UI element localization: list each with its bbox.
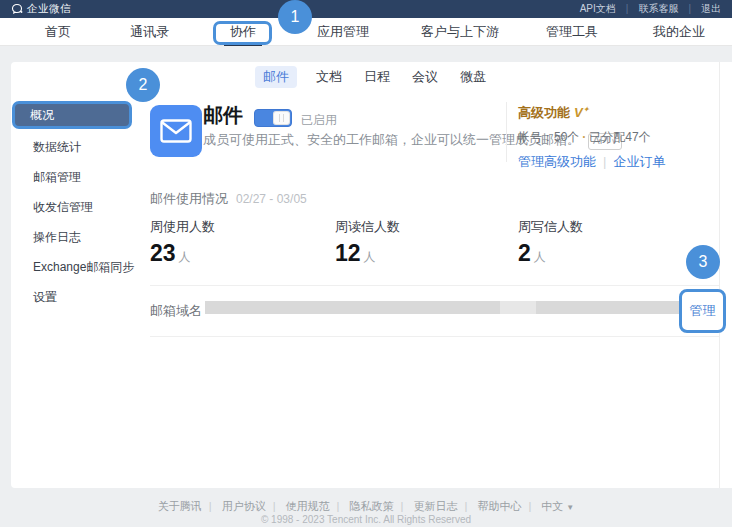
stat-label: 周读信人数 [335,218,400,236]
tab-drive[interactable]: 微盘 [452,66,494,88]
contact-support-link[interactable]: 联系客服 [633,2,696,16]
stat-value: 2 [518,240,531,266]
company-orders-link[interactable]: 企业订单 [613,154,665,169]
stat-value: 12 [335,240,361,266]
copyright-text: © 1998 - 2023 Tencent Inc. All Rights Re… [0,514,732,525]
sub-tabs: 邮件 文档 日程 会议 微盘 [11,62,732,92]
stat-weekly-users: 周使用人数 23人 [150,218,215,267]
annotation-step-2: 2 [126,68,160,102]
premium-links: 管理高级功能|企业订单 [518,153,665,171]
premium-title: 高级功能V✦ [518,104,665,122]
sidebar-item-mailbox-mgmt[interactable]: 邮箱管理 [11,162,135,192]
dot-separator: · [582,130,586,144]
nav-item-home[interactable]: 首页 [45,18,71,46]
stat-label: 周使用人数 [150,218,215,236]
premium-accounts: 帐号：50个·已分配47个 [518,129,665,146]
domain-redacted-segment [500,301,536,314]
nav-item-tools[interactable]: 管理工具 [546,18,598,46]
accounts-total: 帐号：50个 [518,130,579,144]
usage-section-header: 邮件使用情况02/27 - 03/05 [150,190,307,208]
privacy-policy-link[interactable]: 隐私政策 [350,500,411,512]
vip-icon: V✦ [574,105,589,120]
language-label: 中文 [541,500,563,512]
stat-weekly-readers: 周读信人数 12人 [335,218,400,267]
stat-unit: 人 [179,250,191,264]
wecom-admin-screen: 企业微信 API文档 联系客服 退出 首页 通讯录 协作 应用管理 客户与上下游… [0,0,732,527]
stat-unit: 人 [364,250,376,264]
main-nav: 首页 通讯录 协作 应用管理 客户与上下游 管理工具 我的企业 [0,18,732,46]
sidebar-item-exchange-sync[interactable]: Exchange邮箱同步 [11,252,135,282]
nav-item-contacts[interactable]: 通讯录 [130,18,169,46]
nav-item-my-company[interactable]: 我的企业 [653,18,705,46]
sidebar-item-send-receive-mgmt[interactable]: 收发信管理 [11,192,135,222]
tab-calendar[interactable]: 日程 [356,66,398,88]
stat-unit: 人 [534,250,546,264]
vertical-divider [506,102,507,162]
nav-item-customers[interactable]: 客户与上下游 [421,18,499,46]
mail-app-icon [150,105,202,157]
manage-domain-button[interactable]: 管理 [679,289,726,333]
about-tencent-link[interactable]: 关于腾讯 [158,500,219,512]
divider [150,336,719,337]
sidebar-item-statistics[interactable]: 数据统计 [11,132,135,162]
enable-toggle[interactable] [254,109,292,127]
api-docs-link[interactable]: API文档 [575,2,634,16]
annotation-step-1: 1 [278,0,312,34]
caret-down-icon: ▼ [566,503,574,512]
nav-item-apps[interactable]: 应用管理 [317,18,369,46]
brand-logo[interactable]: 企业微信 [11,2,71,16]
app-title: 邮件 [203,102,243,129]
tab-docs[interactable]: 文档 [308,66,350,88]
brand-name: 企业微信 [27,2,71,16]
sidebar-item-settings[interactable]: 设置 [11,282,135,312]
help-center-link[interactable]: 帮助中心 [477,500,538,512]
enable-status-label: 已启用 [301,112,337,129]
stat-label: 周写信人数 [518,218,583,236]
topbar: 企业微信 API文档 联系客服 退出 [0,0,732,18]
footer-links: 关于腾讯 用户协议 使用规范 隐私政策 更新日志 帮助中心 中文▼ [0,499,732,514]
mail-sidebar: 概况 数据统计 邮箱管理 收发信管理 操作日志 Exchange邮箱同步 设置 [11,98,135,312]
stat-value: 23 [150,240,176,266]
annotation-box-collaboration [213,21,272,45]
page-footer: 关于腾讯 用户协议 使用规范 隐私政策 更新日志 帮助中心 中文▼ © 1998… [0,488,732,527]
language-selector[interactable]: 中文▼ [541,500,574,512]
changelog-link[interactable]: 更新日志 [413,500,474,512]
sidebar-item-operation-log[interactable]: 操作日志 [11,222,135,252]
stat-weekly-writers: 周写信人数 2人 [518,218,583,267]
sparkle-icon: ✦ [583,105,590,114]
premium-title-text: 高级功能 [518,105,570,120]
sidebar-item-overview[interactable]: 概况 [12,101,132,129]
topbar-links: API文档 联系客服 退出 [575,0,726,18]
usage-title: 邮件使用情况 [150,191,228,206]
premium-block: 高级功能V✦ 帐号：50个·已分配47个 管理高级功能|企业订单 [518,104,665,171]
divider [150,285,719,286]
domain-redacted-bar [205,301,692,314]
usage-rules-link[interactable]: 使用规范 [286,500,347,512]
manage-premium-link[interactable]: 管理高级功能 [518,154,596,169]
toggle-knob [273,111,290,125]
link-separator: | [603,154,606,169]
usage-date-range: 02/27 - 03/05 [236,192,307,206]
tab-mail[interactable]: 邮件 [255,66,297,88]
manage-label: 管理 [690,302,716,320]
logout-link[interactable]: 退出 [696,2,726,16]
mail-domain-label: 邮箱域名 [150,302,202,320]
content-panel: 邮件 文档 日程 会议 微盘 概况 数据统计 邮箱管理 收发信管理 操作日志 E… [11,62,732,488]
annotation-step-3: 3 [686,245,720,279]
wecom-chat-bubble-icon [11,3,23,15]
envelope-icon [160,119,192,143]
user-agreement-link[interactable]: 用户协议 [222,500,283,512]
tab-meeting[interactable]: 会议 [404,66,446,88]
scrollbar-track[interactable] [719,62,720,488]
accounts-assigned: 已分配47个 [589,130,650,144]
